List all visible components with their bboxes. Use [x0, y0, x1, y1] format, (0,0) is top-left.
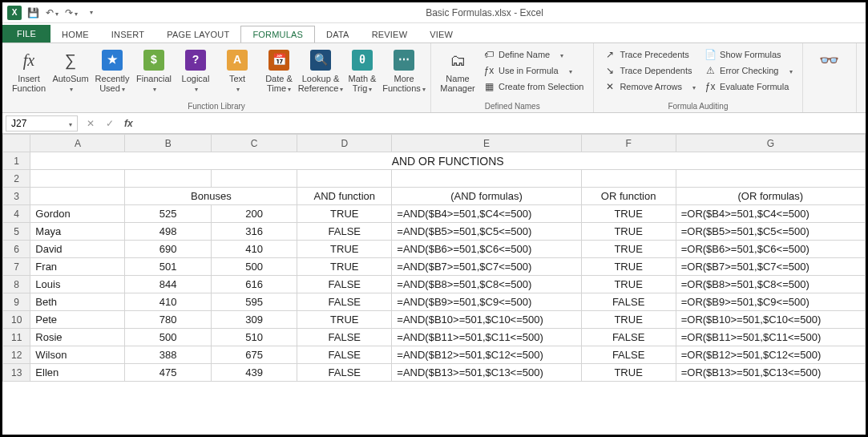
cell-name[interactable]: Wilson: [30, 346, 125, 364]
cell-and-result[interactable]: FALSE: [297, 364, 392, 382]
cell-or-result[interactable]: TRUE: [581, 223, 676, 241]
cell-or-result[interactable]: TRUE: [581, 241, 676, 258]
tab-page-layout[interactable]: PAGE LAYOUT: [155, 26, 240, 42]
cell-or-formula[interactable]: =OR($B12>=501,$C12<=500): [676, 346, 865, 364]
cell-and-result[interactable]: TRUE: [297, 311, 392, 329]
cell-and-formula[interactable]: =AND($B7>=501,$C7<=500): [392, 258, 581, 276]
cell-or-formula[interactable]: =OR($B6>=501,$C6<=500): [676, 241, 865, 258]
undo-button[interactable]: ↶: [44, 5, 60, 21]
cell-or-result[interactable]: FALSE: [581, 346, 676, 364]
cell-and-result[interactable]: FALSE: [297, 293, 392, 311]
cell-name[interactable]: Rosie: [30, 329, 125, 346]
col-header-C[interactable]: C: [211, 135, 297, 152]
cell-bonus-c[interactable]: 410: [211, 241, 297, 258]
col-header-A[interactable]: A: [30, 135, 125, 152]
col-header-D[interactable]: D: [297, 135, 392, 152]
cell-bonus-c[interactable]: 439: [211, 364, 297, 382]
trace-dependents-button[interactable]: ↘Trace Dependents: [600, 63, 699, 79]
cell-name[interactable]: Gordon: [30, 205, 125, 223]
cell-and-result[interactable]: FALSE: [297, 329, 392, 346]
cell-or-result[interactable]: FALSE: [581, 293, 676, 311]
cell-bonus-b[interactable]: 475: [125, 364, 211, 382]
cell-bonus-b[interactable]: 844: [125, 276, 211, 293]
row-header-4[interactable]: 4: [3, 205, 30, 223]
cell-name[interactable]: Louis: [30, 276, 125, 293]
cell-name[interactable]: Beth: [30, 293, 125, 311]
cell-or-formula[interactable]: =OR($B13>=501,$C13<=500): [676, 364, 865, 382]
redo-button[interactable]: ↷: [63, 5, 79, 21]
cell-or-formulas-header[interactable]: (OR formulas): [676, 188, 865, 205]
autosum-button[interactable]: ∑ AutoSum: [50, 45, 91, 97]
cell-bonus-b[interactable]: 410: [125, 293, 211, 311]
cell-and-formula[interactable]: =AND($B12>=501,$C12<=500): [392, 346, 581, 364]
cell[interactable]: [297, 170, 392, 188]
create-from-selection-button[interactable]: ▦Create from Selection: [479, 79, 587, 95]
math-trig-button[interactable]: θ Math & Trig: [342, 45, 382, 97]
cell-and-formula[interactable]: =AND($B10>=501,$C10<=500): [392, 311, 581, 329]
cell-and-formula[interactable]: =AND($B13>=501,$C13<=500): [392, 364, 581, 382]
cell-bonus-c[interactable]: 316: [211, 223, 297, 241]
cell-and-formula[interactable]: =AND($B9>=501,$C9<=500): [392, 293, 581, 311]
financial-button[interactable]: $ Financial: [134, 45, 174, 97]
cell[interactable]: [581, 170, 676, 188]
excel-app-icon[interactable]: X: [7, 6, 22, 20]
row-header-3[interactable]: 3: [3, 188, 30, 205]
cell-bonus-b[interactable]: 500: [125, 329, 211, 346]
cell-or-result[interactable]: TRUE: [581, 276, 676, 293]
cell-or-formula[interactable]: =OR($B11>=501,$C11<=500): [676, 329, 865, 346]
cell-bonus-c[interactable]: 200: [211, 205, 297, 223]
cell-bonus-c[interactable]: 616: [211, 276, 297, 293]
row-header-12[interactable]: 12: [3, 346, 30, 364]
remove-arrows-button[interactable]: ✕Remove Arrows: [600, 79, 699, 95]
cell[interactable]: [125, 170, 211, 188]
cell-title[interactable]: AND OR FUNCTIONS: [30, 152, 866, 170]
cell-or-formula[interactable]: =OR($B9>=501,$C9<=500): [676, 293, 865, 311]
col-header-G[interactable]: G: [676, 135, 865, 152]
cell-and-formula[interactable]: =AND($B8>=501,$C8<=500): [392, 276, 581, 293]
cell-bonus-b[interactable]: 388: [125, 346, 211, 364]
evaluate-formula-button[interactable]: ƒxEvaluate Formula: [700, 79, 795, 95]
row-header-13[interactable]: 13: [3, 364, 30, 382]
row-header-10[interactable]: 10: [3, 311, 30, 329]
text-button[interactable]: A Text: [217, 45, 257, 97]
cell-or-formula[interactable]: =OR($B7>=501,$C7<=500): [676, 258, 865, 276]
spreadsheet-grid[interactable]: ABCDEFG1AND OR FUNCTIONS23 Bonuses AND f…: [2, 134, 866, 435]
save-button[interactable]: 💾: [25, 5, 41, 21]
cell-and-result[interactable]: TRUE: [297, 258, 392, 276]
cell-and-formula[interactable]: =AND($B6>=501,$C6<=500): [392, 241, 581, 258]
name-box[interactable]: J27: [6, 115, 78, 132]
cell-or-formula[interactable]: =OR($B4>=501,$C4<=500): [676, 205, 865, 223]
cell-bonus-c[interactable]: 595: [211, 293, 297, 311]
cell-or-func-header[interactable]: OR function: [581, 188, 676, 205]
row-header-5[interactable]: 5: [3, 223, 30, 241]
cell-name[interactable]: Fran: [30, 258, 125, 276]
cell-bonus-b[interactable]: 690: [125, 241, 211, 258]
cell-and-result[interactable]: FALSE: [297, 276, 392, 293]
cell-or-result[interactable]: TRUE: [581, 364, 676, 382]
trace-precedents-button[interactable]: ↗Trace Precedents: [600, 47, 699, 63]
insert-function-button[interactable]: fx Insert Function: [9, 45, 49, 96]
error-checking-button[interactable]: ⚠Error Checking: [700, 63, 795, 79]
col-header-F[interactable]: F: [581, 135, 676, 152]
lookup-ref-button[interactable]: 🔍 Lookup & Reference: [301, 45, 341, 97]
cell-bonuses-header[interactable]: Bonuses: [125, 188, 297, 205]
cell-name[interactable]: David: [30, 241, 125, 258]
cell-and-formula[interactable]: =AND($B5>=501,$C5<=500): [392, 223, 581, 241]
cell-and-func-header[interactable]: AND function: [297, 188, 392, 205]
define-name-button[interactable]: 🏷Define Name: [479, 47, 587, 63]
col-header-B[interactable]: B: [125, 135, 211, 152]
formula-input[interactable]: [138, 116, 866, 131]
cell[interactable]: [211, 170, 297, 188]
cell-and-formula[interactable]: =AND($B4>=501,$C4<=500): [392, 205, 581, 223]
cell-and-formulas-header[interactable]: (AND formulas): [392, 188, 581, 205]
cell-name[interactable]: Ellen: [30, 364, 125, 382]
cell-or-result[interactable]: FALSE: [581, 329, 676, 346]
cell-bonus-b[interactable]: 498: [125, 223, 211, 241]
name-box-dropdown-icon[interactable]: [67, 118, 72, 129]
cell-or-formula[interactable]: =OR($B10>=501,$C10<=500): [676, 311, 865, 329]
cell-bonus-c[interactable]: 675: [211, 346, 297, 364]
select-all-corner[interactable]: [3, 135, 30, 152]
qat-customize[interactable]: [83, 5, 99, 21]
tab-review[interactable]: REVIEW: [361, 26, 419, 42]
date-time-button[interactable]: 📅 Date & Time: [259, 45, 299, 97]
